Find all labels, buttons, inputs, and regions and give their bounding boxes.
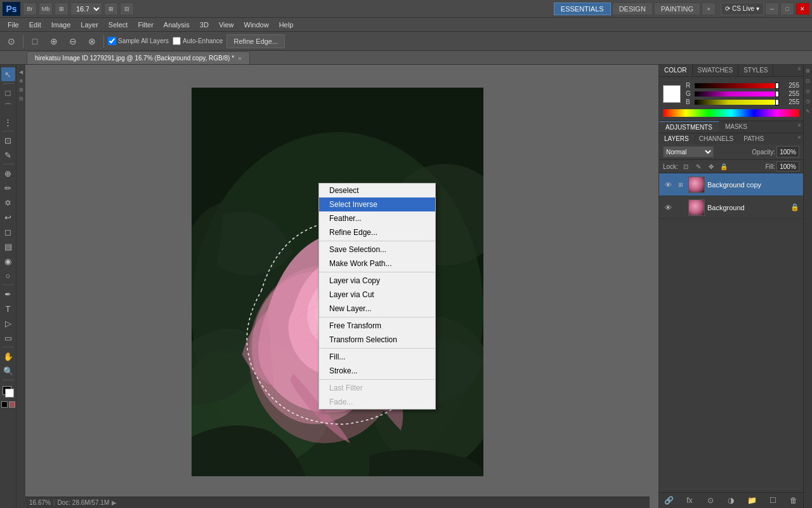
- view-icon[interactable]: ⊞: [104, 3, 118, 15]
- screen-mode-icon[interactable]: ⊞: [55, 3, 69, 15]
- zoom-selector[interactable]: 16.7 25 50 100: [70, 3, 102, 15]
- lock-move-icon[interactable]: ✥: [706, 161, 716, 171]
- dodge-tool[interactable]: ○: [1, 269, 15, 283]
- menu-image[interactable]: Image: [46, 20, 76, 30]
- layer-new-icon[interactable]: ☐: [767, 495, 778, 506]
- layer-link-footer-icon[interactable]: 🔗: [663, 495, 674, 506]
- right-strip-icon-4[interactable]: ◷: [804, 97, 813, 105]
- bridge-icon[interactable]: Br: [23, 3, 37, 15]
- lock-transparent-icon[interactable]: ⊡: [681, 161, 691, 171]
- color-picker[interactable]: [1, 385, 15, 399]
- tab-layers[interactable]: LAYERS: [659, 133, 694, 144]
- right-strip-icon-5[interactable]: ✎: [804, 107, 813, 116]
- lasso-tool[interactable]: ⌒: [1, 100, 15, 114]
- eraser-tool[interactable]: ◻: [1, 225, 15, 239]
- new-selection-icon[interactable]: □: [27, 34, 43, 49]
- lock-all-icon[interactable]: 🔒: [719, 161, 729, 171]
- menu-edit[interactable]: Edit: [24, 20, 46, 30]
- opacity-input[interactable]: [776, 146, 799, 157]
- ctx-new-layer[interactable]: New Layer...: [319, 302, 435, 316]
- close-icon[interactable]: ✕: [796, 3, 809, 15]
- menu-window[interactable]: Window: [239, 20, 274, 30]
- shape-tool[interactable]: ▭: [1, 331, 15, 345]
- ctx-save-selection[interactable]: Save Selection...: [319, 243, 435, 257]
- hand-tool[interactable]: ✋: [1, 349, 15, 363]
- marquee-tool[interactable]: □: [1, 86, 15, 100]
- text-tool[interactable]: T: [1, 302, 15, 316]
- adj-panel-collapse[interactable]: ≡: [796, 121, 803, 129]
- pen-tool[interactable]: ✒: [1, 287, 15, 301]
- arrange-icon[interactable]: ⊟: [120, 3, 134, 15]
- quick-mask-on[interactable]: [9, 401, 15, 408]
- refine-edge-button[interactable]: Refine Edge...: [226, 34, 285, 48]
- layer-link-icon-0[interactable]: ⊞: [676, 180, 686, 190]
- sample-all-layers-checkbox[interactable]: Sample All Layers: [108, 37, 169, 45]
- add-selection-icon[interactable]: ⊕: [46, 34, 62, 49]
- menu-layer[interactable]: Layer: [75, 20, 103, 30]
- history-brush-tool[interactable]: ↩: [1, 210, 15, 224]
- ctx-select-inverse[interactable]: Select Inverse: [319, 197, 435, 211]
- layer-eye-icon-0[interactable]: 👁: [663, 180, 673, 190]
- side-icon-4[interactable]: ⊟: [16, 94, 25, 103]
- eyedropper-tool[interactable]: ✎: [1, 148, 15, 162]
- document-tab[interactable]: hirekatsu Image ID 1279291.jpg @ 16.7% (…: [27, 51, 250, 64]
- ctx-feather[interactable]: Feather...: [319, 211, 435, 225]
- essentials-button[interactable]: ESSENTIALS: [554, 3, 611, 15]
- ctx-layer-via-cut[interactable]: Layer via Cut: [319, 288, 435, 302]
- crop-tool[interactable]: ⊡: [1, 133, 15, 147]
- ctx-make-work-path[interactable]: Make Work Path...: [319, 257, 435, 271]
- quick-mask-off[interactable]: [1, 401, 8, 408]
- auto-enhance-checkbox[interactable]: Auto-Enhance: [173, 37, 223, 45]
- layer-eye-icon-1[interactable]: 👁: [663, 203, 673, 213]
- ctx-fill[interactable]: Fill...: [319, 350, 435, 364]
- menu-file[interactable]: File: [3, 20, 24, 30]
- more-icon[interactable]: »: [702, 3, 716, 15]
- ctx-transform-selection[interactable]: Transform Selection: [319, 333, 435, 347]
- right-strip-icon-2[interactable]: ⊡: [804, 76, 813, 85]
- menu-analysis[interactable]: Analysis: [159, 20, 195, 30]
- tab-color[interactable]: COLOR: [659, 65, 693, 76]
- menu-view[interactable]: View: [214, 20, 239, 30]
- background-color[interactable]: [5, 389, 14, 398]
- design-button[interactable]: DESIGN: [612, 3, 653, 15]
- intersect-selection-icon[interactable]: ⊗: [84, 34, 100, 49]
- blend-mode-select[interactable]: Normal: [663, 146, 714, 157]
- layer-background[interactable]: 👁 Background 🔒: [659, 196, 803, 219]
- layer-fx-icon[interactable]: fx: [684, 495, 695, 506]
- healing-brush-tool[interactable]: ⊕: [1, 166, 15, 180]
- green-slider[interactable]: [695, 91, 779, 97]
- tab-paths[interactable]: PATHS: [738, 133, 769, 144]
- subtract-selection-icon[interactable]: ⊖: [65, 34, 81, 49]
- right-strip-icon-1[interactable]: ⊞: [804, 66, 813, 75]
- layers-panel-collapse[interactable]: ≡: [796, 133, 803, 141]
- ctx-layer-via-copy[interactable]: Layer via Copy: [319, 274, 435, 288]
- magic-wand-tool[interactable]: ⋮: [1, 115, 15, 129]
- mini-bridge-icon[interactable]: Mb: [39, 3, 53, 15]
- cs-live-button[interactable]: ⟳ CS Live ▾: [721, 3, 764, 15]
- red-thumb[interactable]: [775, 83, 779, 89]
- minimize-icon[interactable]: ─: [765, 3, 779, 15]
- ctx-deselect[interactable]: Deselect: [319, 184, 435, 197]
- layer-folder-icon[interactable]: 📁: [746, 495, 757, 506]
- right-strip-icon-3[interactable]: ◎: [804, 86, 813, 95]
- clone-stamp-tool[interactable]: ✡: [1, 196, 15, 210]
- layer-background-copy[interactable]: 👁 ⊞ Background copy: [659, 173, 803, 196]
- gradient-tool[interactable]: ▤: [1, 239, 15, 253]
- ctx-refine-edge[interactable]: Refine Edge...: [319, 225, 435, 239]
- layer-adjustment-icon[interactable]: ◑: [725, 495, 737, 506]
- path-selection-tool[interactable]: ▷: [1, 316, 15, 330]
- blur-tool[interactable]: ◉: [1, 254, 15, 268]
- tab-styles[interactable]: STYLES: [738, 65, 773, 76]
- tab-close-button[interactable]: ×: [238, 55, 242, 62]
- maximize-icon[interactable]: □: [780, 3, 794, 15]
- ctx-stroke[interactable]: Stroke...: [319, 364, 435, 378]
- side-icon-1[interactable]: ◀: [16, 67, 25, 76]
- tab-adjustments[interactable]: ADJUSTMENTS: [659, 121, 719, 133]
- red-slider[interactable]: [695, 83, 779, 88]
- color-spectrum[interactable]: [663, 109, 799, 117]
- magic-wand-icon[interactable]: ⊙: [4, 34, 19, 49]
- ctx-free-transform[interactable]: Free Transform: [319, 319, 435, 333]
- tab-masks[interactable]: MASKS: [719, 121, 754, 133]
- tab-swatches[interactable]: SWATCHES: [693, 65, 739, 76]
- color-panel-collapse[interactable]: ≡: [796, 65, 803, 72]
